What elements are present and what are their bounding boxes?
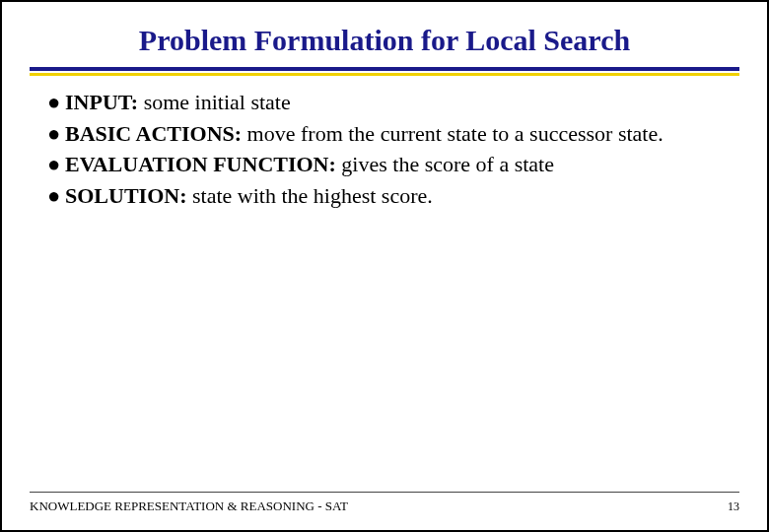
bullet-label: SOLUTION:	[65, 183, 192, 208]
page-number: 13	[728, 499, 739, 514]
slide-title: Problem Formulation for Local Search	[2, 2, 767, 67]
bullet-body: gives the score of a state	[341, 152, 554, 176]
footer-text: KNOWLEDGE REPRESENTATION & REASONING - S…	[30, 499, 348, 514]
bullet-label: EVALUATION FUNCTION:	[65, 152, 341, 176]
bullet-item: ● EVALUATION FUNCTION: gives the score o…	[47, 150, 722, 179]
bullet-label: INPUT:	[65, 90, 144, 114]
bullet-icon: ●	[47, 88, 65, 117]
footer-divider	[30, 492, 739, 493]
bullet-item: ● SOLUTION: state with the highest score…	[47, 181, 722, 211]
bullet-icon: ●	[47, 181, 65, 211]
bullet-body: move from the current state to a success…	[247, 121, 664, 146]
bullet-item: ● BASIC ACTIONS: move from the current s…	[47, 119, 722, 149]
title-underline	[30, 67, 739, 71]
slide-frame: Problem Formulation for Local Search ● I…	[0, 0, 769, 532]
bullet-icon: ●	[47, 150, 65, 179]
slide-content: ● INPUT: some initial state ● BASIC ACTI…	[2, 76, 767, 211]
bullet-body: state with the highest score.	[192, 183, 433, 208]
bullet-item: ● INPUT: some initial state	[47, 88, 722, 117]
bullet-body: some initial state	[144, 90, 291, 114]
bullet-icon: ●	[47, 119, 65, 149]
bullet-label: BASIC ACTIONS:	[65, 121, 247, 146]
